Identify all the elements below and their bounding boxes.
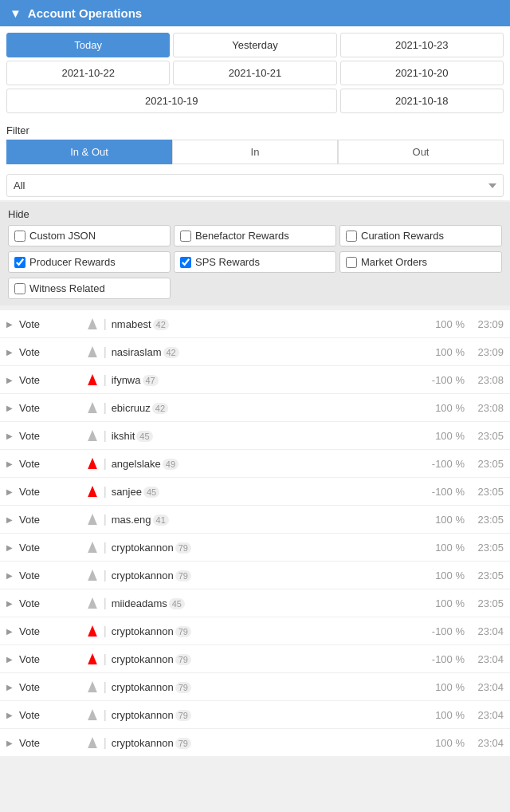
svg-marker-8: [88, 542, 97, 553]
hide-checkbox-5[interactable]: [346, 257, 357, 268]
arrow-icon-1: [86, 345, 99, 358]
ops-pct-5: -100 %: [409, 458, 465, 470]
arrow-icon-8: [86, 541, 99, 554]
expand-icon-15[interactable]: ▶: [6, 739, 16, 747]
username-4: ikshit: [112, 430, 135, 442]
ops-time-8: 23:05: [468, 542, 504, 554]
hide-item-1: Benefactor Rewards: [174, 225, 336, 246]
filter-tab-2[interactable]: Out: [338, 140, 504, 164]
ops-time-0: 23:09: [468, 318, 504, 330]
rep-3: 42: [152, 403, 168, 414]
username-8: cryptokannon: [112, 542, 174, 554]
ops-pct-8: 100 %: [409, 542, 465, 554]
expand-icon-8[interactable]: ▶: [6, 543, 16, 552]
hide-item-3: Producer Rewards: [8, 251, 171, 273]
hide-checkbox-3[interactable]: [14, 257, 26, 268]
expand-icon-0[interactable]: ▶: [6, 320, 16, 329]
expand-icon-7[interactable]: ▶: [6, 515, 16, 524]
username-12: cryptokannon: [112, 653, 174, 665]
filter-tab-0[interactable]: In & Out: [6, 140, 172, 164]
expand-icon-11[interactable]: ▶: [6, 627, 16, 636]
ops-row-12: ▶Vote|cryptokannon79-100 %23:04: [0, 645, 510, 673]
hide-item-label-2: Curation Rewards: [361, 230, 444, 242]
expand-icon-1[interactable]: ▶: [6, 348, 16, 357]
ops-pct-3: 100 %: [409, 402, 465, 414]
date-btn-0[interactable]: Today: [6, 33, 170, 57]
expand-icon-5[interactable]: ▶: [6, 459, 16, 468]
expand-icon-9[interactable]: ▶: [6, 571, 16, 580]
pipe-12: |: [104, 652, 107, 665]
ops-user-5: angelslake49: [112, 458, 406, 470]
ops-pct-7: 100 %: [409, 514, 465, 526]
expand-icon-3[interactable]: ▶: [6, 404, 16, 412]
pipe-15: |: [104, 736, 107, 749]
expand-icon-12[interactable]: ▶: [6, 655, 16, 664]
ops-pct-6: -100 %: [409, 486, 465, 498]
ops-time-14: 23:04: [468, 709, 504, 721]
ops-row-1: ▶Vote|nasiraslam42100 %23:09: [0, 338, 510, 366]
expand-icon-4[interactable]: ▶: [6, 432, 16, 440]
date-btn-3[interactable]: 2021-10-22: [6, 61, 170, 85]
expand-icon-6[interactable]: ▶: [6, 487, 16, 496]
ops-row-6: ▶Vote|sanjee45-100 %23:05: [0, 478, 510, 506]
hide-checkbox-0[interactable]: [14, 231, 26, 242]
ops-pct-15: 100 %: [409, 737, 465, 749]
arrow-icon-7: [86, 513, 99, 526]
date-btn-4[interactable]: 2021-10-21: [173, 61, 336, 85]
svg-marker-10: [88, 597, 97, 609]
date-btn-7[interactable]: 2021-10-18: [340, 89, 504, 113]
ops-type-6: Vote: [19, 486, 83, 498]
ops-user-1: nasiraslam42: [112, 346, 406, 358]
ops-pct-12: -100 %: [409, 653, 465, 665]
ops-row-10: ▶Vote|miideadams45100 %23:05: [0, 589, 510, 617]
date-btn-5[interactable]: 2021-10-20: [340, 61, 504, 85]
ops-row-9: ▶Vote|cryptokannon79100 %23:05: [0, 562, 510, 589]
rep-7: 41: [153, 514, 169, 526]
svg-marker-2: [88, 374, 97, 385]
pipe-1: |: [104, 345, 107, 358]
ops-user-3: ebicruuz42: [112, 402, 406, 414]
ops-time-1: 23:09: [468, 346, 504, 358]
svg-marker-1: [88, 346, 97, 357]
ops-type-8: Vote: [19, 542, 83, 554]
hide-checkbox-6[interactable]: [14, 283, 26, 294]
ops-user-7: mas.eng41: [112, 514, 406, 526]
ops-type-10: Vote: [19, 597, 83, 609]
ops-row-7: ▶Vote|mas.eng41100 %23:05: [0, 506, 510, 534]
header-icon: ▼: [10, 6, 22, 20]
filter-tab-1[interactable]: In: [172, 140, 338, 164]
rep-4: 45: [136, 431, 152, 442]
ops-pct-10: 100 %: [409, 597, 465, 609]
ops-row-15: ▶Vote|cryptokannon79100 %23:04: [0, 729, 510, 756]
all-select[interactable]: All: [6, 174, 504, 197]
arrow-icon-2: [86, 373, 99, 386]
expand-icon-13[interactable]: ▶: [6, 683, 16, 692]
rep-10: 45: [169, 598, 185, 609]
rep-2: 47: [143, 375, 159, 386]
hide-item-0: Custom JSON: [8, 225, 171, 246]
hide-checkbox-2[interactable]: [346, 231, 357, 242]
ops-user-13: cryptokannon79: [112, 681, 406, 693]
expand-icon-14[interactable]: ▶: [6, 711, 16, 719]
ops-type-4: Vote: [19, 430, 83, 442]
expand-icon-10[interactable]: ▶: [6, 599, 16, 608]
date-btn-1[interactable]: Yesterday: [173, 33, 336, 57]
arrow-icon-6: [86, 485, 99, 498]
hide-item-label-1: Benefactor Rewards: [195, 230, 289, 242]
ops-user-0: nmabest42: [112, 318, 406, 330]
ops-type-14: Vote: [19, 709, 83, 721]
username-3: ebicruuz: [112, 402, 151, 414]
ops-row-2: ▶Vote|ifynwa47-100 %23:08: [0, 366, 510, 394]
arrow-icon-12: [86, 652, 99, 665]
ops-user-8: cryptokannon79: [112, 542, 406, 554]
ops-time-7: 23:05: [468, 514, 504, 526]
ops-time-2: 23:08: [468, 374, 504, 386]
ops-type-13: Vote: [19, 681, 83, 693]
hide-checkbox-1[interactable]: [180, 231, 191, 242]
ops-row-3: ▶Vote|ebicruuz42100 %23:08: [0, 394, 510, 422]
rep-9: 79: [175, 570, 191, 581]
date-btn-6[interactable]: 2021-10-19: [6, 89, 337, 113]
hide-checkbox-4[interactable]: [180, 257, 191, 268]
expand-icon-2[interactable]: ▶: [6, 376, 16, 384]
date-btn-2[interactable]: 2021-10-23: [340, 33, 504, 57]
